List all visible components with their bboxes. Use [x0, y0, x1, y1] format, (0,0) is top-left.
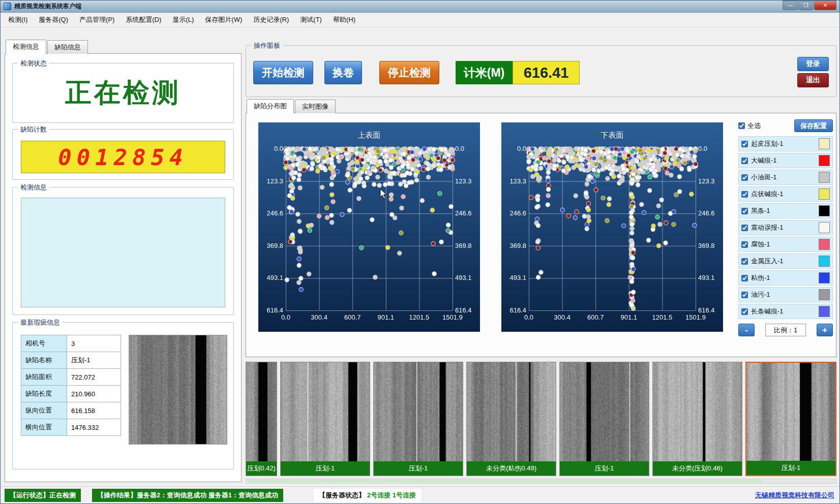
app-icon: [4, 3, 11, 10]
upper-surface-chart: [258, 122, 480, 332]
detection-info-group: 检测信息: [12, 187, 234, 315]
legend-checkbox[interactable]: [741, 225, 748, 231]
tab[interactable]: 缺陷分布图: [247, 99, 294, 113]
defect-field-label: 横向位置: [21, 419, 67, 436]
defect-thumbnail-canvas: [746, 363, 835, 461]
legend-checkbox[interactable]: [741, 141, 748, 147]
save-config-button[interactable]: 保存配置: [794, 119, 833, 132]
legend-label: 油污-1: [751, 290, 816, 299]
run-status-badge: 【运行状态】正在检测: [5, 489, 81, 502]
maximize-button[interactable]: ❐: [798, 1, 814, 10]
defect-distribution-panel: 全选 保存配置 起皮压划-1大碱痕-1小油斑-1点状碱痕-1黑条-1震动误报-1…: [246, 113, 836, 357]
lower-surface-chart: [501, 122, 723, 332]
latest-defect-table: 相机号3缺陷名称压划-1缺陷面积722.072缺陷长度210.960纵向位置61…: [21, 335, 121, 436]
legend-list: 起皮压划-1大碱痕-1小油斑-1点状碱痕-1黑条-1震动误报-1腐蚀-1金属压入…: [738, 136, 833, 319]
legend-item[interactable]: 小油斑-1: [738, 170, 833, 185]
change-roll-button[interactable]: 换卷: [324, 61, 362, 84]
defect-thumbnail[interactable]: 压划-1: [280, 362, 370, 476]
exit-button[interactable]: 退出: [797, 73, 829, 87]
detection-status-group: 检测状态 正在检测: [12, 63, 234, 123]
legend-item[interactable]: 金属压入-1: [738, 254, 833, 269]
menu-bar: 检测(I)服务器(Q)产品管理(P)系统配置(D)显示(L)保存图片(W)历史记…: [1, 13, 839, 27]
defect-thumbnail-strip: 压划0.42)压划-1压划-1未分类(粘伤0.49)压划-1未分类(压划0.46…: [246, 362, 836, 476]
start-detection-button[interactable]: 开始检测: [253, 61, 313, 84]
menu-item[interactable]: 测试(T): [294, 13, 327, 27]
defect-thumbnail-label: 未分类(压划0.46): [653, 461, 742, 476]
defect-thumbnail-label: 压划-1: [281, 461, 370, 476]
defect-thumbnail-image: [653, 362, 742, 461]
close-button[interactable]: ✕: [814, 1, 836, 10]
defect-thumbnail[interactable]: 压划0.42): [246, 362, 277, 476]
legend-checkbox[interactable]: [741, 241, 748, 248]
defect-field-label: 缺陷名称: [21, 352, 67, 369]
legend-checkbox[interactable]: [741, 208, 748, 214]
window-title: 精质视觉检测系统客户端: [14, 2, 783, 11]
thumbnail-scrollbar[interactable]: [246, 479, 836, 484]
login-button[interactable]: 登录: [797, 57, 829, 71]
legend-header: 全选 保存配置: [738, 119, 833, 132]
legend-label: 粘伤-1: [751, 273, 816, 282]
legend-item[interactable]: 长条碱痕-1: [738, 304, 833, 319]
legend-checkbox[interactable]: [741, 174, 748, 181]
defect-thumbnail[interactable]: 压划-1: [559, 362, 649, 476]
legend-checkbox[interactable]: [741, 275, 748, 281]
menu-item[interactable]: 产品管理(P): [74, 13, 120, 27]
scrollbar-thumb[interactable]: [249, 480, 762, 483]
legend-checkbox[interactable]: [741, 191, 748, 198]
menu-item[interactable]: 历史记录(R): [248, 13, 294, 27]
defect-thumbnail[interactable]: 未分类(粘伤0.49): [466, 362, 556, 476]
menu-item[interactable]: 检测(I): [3, 13, 33, 27]
menu-item[interactable]: 保存图片(W): [199, 13, 248, 27]
company-link[interactable]: 无锡精质视觉科技有限公司: [755, 491, 834, 500]
defect-field-value: 210.960: [67, 386, 121, 402]
control-panel-group: 操作面板 开始检测 换卷 停止检测 计米(M) 616.41 登录 退出: [246, 45, 836, 97]
table-row: 缺陷面积722.072: [21, 369, 121, 386]
defect-thumbnail-canvas: [560, 362, 649, 461]
legend-checkbox[interactable]: [741, 158, 748, 164]
stop-detection-button[interactable]: 停止检测: [379, 61, 439, 84]
legend-checkbox[interactable]: [741, 292, 748, 298]
legend-item[interactable]: 大碱痕-1: [738, 153, 833, 168]
table-row: 横向位置1476.332: [21, 419, 121, 436]
defect-thumbnail[interactable]: 未分类(压划0.46): [652, 362, 742, 476]
menu-item[interactable]: 系统配置(D): [120, 13, 167, 27]
zoom-out-button[interactable]: -: [738, 324, 755, 336]
defect-thumbnail-image: [281, 362, 370, 461]
menu-item[interactable]: 帮助(H): [327, 13, 361, 27]
minimize-button[interactable]: —: [783, 1, 798, 10]
group-title: 检测状态: [18, 59, 49, 68]
legend-label: 点状碱痕-1: [751, 190, 816, 199]
legend-item[interactable]: 点状碱痕-1: [738, 186, 833, 202]
legend-color-swatch: [819, 155, 830, 166]
legend-item[interactable]: 震动误报-1: [738, 220, 833, 235]
defect-count-display: 0012854: [21, 141, 225, 173]
defect-thumbnail[interactable]: 压划-1: [745, 362, 836, 476]
tab[interactable]: 缺陷信息: [47, 40, 88, 54]
detection-info-box: [21, 198, 225, 307]
left-panel-tabs: 检测信息缺陷信息: [6, 41, 89, 54]
legend-item[interactable]: 油污-1: [738, 287, 833, 302]
defect-field-value: 616.158: [67, 402, 121, 419]
legend-item[interactable]: 腐蚀-1: [738, 237, 833, 252]
legend-label: 震动误报-1: [751, 223, 816, 232]
tab[interactable]: 检测信息: [6, 40, 46, 54]
legend-label: 长条碱痕-1: [751, 307, 816, 316]
legend-item[interactable]: 起皮压划-1: [738, 136, 833, 151]
select-all-checkbox[interactable]: [738, 122, 745, 129]
zoom-in-button[interactable]: +: [817, 324, 833, 336]
legend-checkbox[interactable]: [741, 308, 748, 315]
defect-thumbnail[interactable]: 压划-1: [373, 362, 463, 476]
server-status-value: 2号连接 1号连接: [367, 491, 416, 500]
defect-thumbnail-canvas: [653, 362, 742, 461]
legend-item[interactable]: 黑条-1: [738, 203, 833, 218]
select-all-control[interactable]: 全选: [738, 121, 761, 131]
defect-preview-image: [129, 335, 227, 445]
menu-item[interactable]: 服务器(Q): [33, 13, 74, 27]
defect-preview-canvas: [129, 335, 227, 444]
tab[interactable]: 实时图像: [295, 100, 336, 113]
defect-thumbnail-image: [560, 362, 649, 461]
menu-item[interactable]: 显示(L): [167, 13, 199, 27]
legend-checkbox[interactable]: [741, 258, 748, 265]
legend-item[interactable]: 粘伤-1: [738, 270, 833, 286]
legend-label: 小油斑-1: [751, 173, 816, 182]
